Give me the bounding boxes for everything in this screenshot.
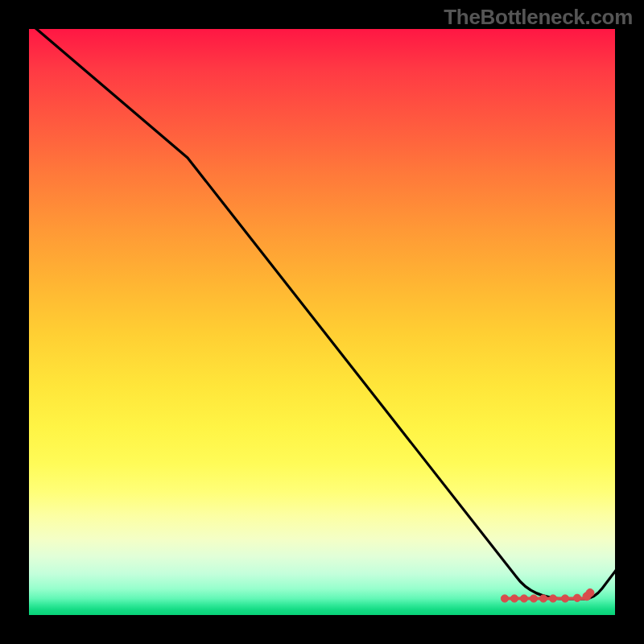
svg-point-0 xyxy=(501,595,508,602)
chart-container: TheBottleneck.com xyxy=(0,0,644,644)
svg-point-3 xyxy=(530,595,537,602)
chart-svg xyxy=(29,29,615,615)
svg-point-7 xyxy=(573,594,580,601)
watermark: TheBottleneck.com xyxy=(444,5,633,30)
svg-point-1 xyxy=(510,595,518,602)
svg-point-2 xyxy=(520,595,527,602)
svg-point-5 xyxy=(549,595,556,602)
optimal-marker xyxy=(501,589,594,603)
series-line xyxy=(29,23,625,599)
plot-area xyxy=(29,29,615,615)
svg-point-6 xyxy=(561,595,568,602)
svg-point-4 xyxy=(539,595,547,602)
svg-point-9 xyxy=(586,589,594,597)
